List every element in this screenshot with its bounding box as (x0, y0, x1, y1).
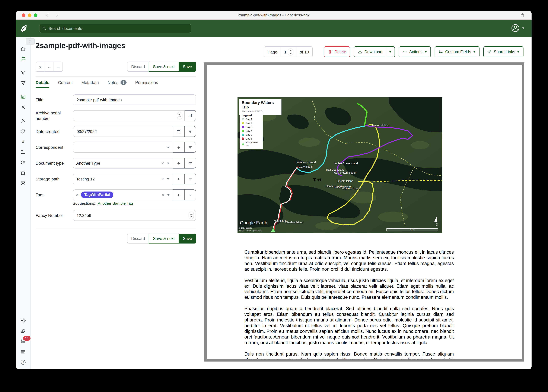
compass-icon: N (436, 223, 438, 226)
storage-path-filter-button[interactable] (184, 174, 196, 184)
sidebar-item-logs[interactable] (20, 349, 26, 355)
sidebar-expand-button[interactable]: » (26, 38, 35, 44)
correspondent-select[interactable] (73, 142, 173, 153)
previous-document-button[interactable]: ← (44, 62, 54, 72)
user-menu[interactable] (511, 24, 524, 33)
add-correspondent-button[interactable]: + (173, 142, 185, 153)
search-input[interactable] (49, 26, 188, 31)
sidebar-item-correspondents[interactable] (20, 118, 26, 123)
sidebar-item-storage-paths[interactable] (20, 149, 26, 155)
sidebar-item-documentation[interactable]: ? (20, 359, 26, 365)
ellipsis-icon (403, 49, 407, 54)
tab-permissions[interactable]: Permissions (135, 80, 158, 85)
fancy-number-input[interactable] (73, 210, 196, 221)
filter-lines-icon (188, 145, 193, 150)
document-type-select[interactable]: Another Type✕ (73, 158, 173, 169)
legend-item: Day 4 (242, 129, 260, 132)
close-document-icon[interactable] (20, 104, 26, 110)
save-button[interactable]: Save (179, 62, 196, 72)
custom-fields-button[interactable]: Custom Fields (435, 46, 479, 57)
share-icon[interactable] (520, 13, 525, 18)
traffic-lights (22, 13, 37, 17)
tab-details[interactable]: Details (36, 80, 49, 85)
paragraph: Vestibulum eleifend, ligula a scelerisqu… (244, 278, 454, 300)
sidebar-item-open-document[interactable] (20, 94, 26, 99)
sidebar-item-tasks[interactable]: 16 (20, 338, 26, 344)
download-button[interactable]: Download (354, 46, 386, 57)
calendar-button[interactable] (173, 126, 185, 137)
clear-icon[interactable]: ✕ (161, 193, 165, 197)
add-tag-button[interactable]: + (173, 189, 185, 200)
zoom-window-button[interactable] (34, 13, 37, 17)
sidebar-item-users-groups[interactable] (20, 328, 26, 334)
save-button[interactable]: Save (179, 234, 196, 244)
browser-back-icon[interactable] (45, 13, 50, 17)
sidebar-item-dashboard[interactable] (20, 46, 26, 52)
delete-button[interactable]: Delete (324, 46, 350, 57)
asn-stepper[interactable] (177, 112, 182, 119)
asn-plus-one-button[interactable]: +1 (184, 110, 196, 121)
correspondent-label: Correspondent (36, 142, 73, 153)
island-label: Washington Island (333, 171, 355, 174)
add-document-type-button[interactable]: + (173, 158, 185, 169)
correspondent-filter-button[interactable] (184, 142, 196, 153)
suggestion-link[interactable]: Another Sample Tag (98, 201, 133, 206)
save-and-next-button[interactable]: Save & next (149, 62, 179, 72)
tags-select[interactable]: ✕ TagWithPartial ✕ (73, 189, 173, 200)
save-and-next-button[interactable]: Save & next (149, 234, 179, 244)
fancy-number-stepper[interactable] (189, 212, 194, 219)
legend-item: Day 2 (242, 122, 260, 125)
sidebar-item-tags[interactable] (20, 128, 26, 134)
browser-forward-icon[interactable] (54, 13, 59, 17)
asn-input[interactable] (73, 110, 185, 121)
discard-button[interactable]: Discard (127, 234, 149, 244)
filter-lines-icon (188, 161, 193, 166)
sidebar-item-document-types[interactable]: # (20, 139, 26, 144)
document-type-filter-button[interactable] (184, 158, 196, 169)
date-created-label: Date created (36, 126, 73, 137)
sidebar-item-saved-view-1[interactable] (20, 70, 26, 76)
sidebar-item-settings[interactable] (20, 318, 26, 323)
pdf-preview-pane[interactable]: Boundary Waters Trip Six days in BWCA Le… (204, 63, 524, 362)
suggestions-label: Suggestions: (73, 201, 95, 206)
legend-item: Day 1 (242, 118, 260, 121)
tags-row: Tags ✕ TagWithPartial ✕ + (36, 189, 196, 200)
tag-chip[interactable]: TagWithPartial (81, 192, 114, 198)
discard-button[interactable]: Discard (127, 62, 149, 72)
entry-point-marker-icon (242, 143, 244, 145)
tab-notes[interactable]: Notes1 (108, 80, 127, 85)
paperless-logo-icon[interactable] (20, 24, 28, 33)
add-storage-path-button[interactable]: + (173, 174, 185, 184)
sidebar-item-file-tasks[interactable] (20, 170, 26, 176)
actions-button[interactable]: Actions (399, 46, 431, 57)
sidebar-item-custom-fields[interactable] (20, 160, 26, 165)
minimize-window-button[interactable] (28, 13, 31, 17)
tab-content[interactable]: Content (58, 80, 73, 85)
share-links-button[interactable]: Share Links (483, 46, 523, 57)
user-avatar-icon (511, 24, 520, 33)
page-title: 2sample-pdf-with-images (36, 41, 125, 50)
date-filter-button[interactable] (184, 126, 196, 137)
sidebar-item-documents[interactable] (20, 56, 26, 62)
remove-tag-icon[interactable]: ✕ (76, 193, 79, 197)
save-button-group: Discard Save & next Save (127, 62, 196, 72)
sidebar-item-saved-view-2[interactable] (20, 80, 26, 86)
sidebar-item-mail[interactable] (20, 181, 26, 186)
date-created-input[interactable] (73, 126, 173, 137)
download-options-button[interactable] (386, 46, 395, 57)
close-window-button[interactable] (22, 13, 25, 17)
title-input[interactable] (73, 94, 196, 105)
page-number-input[interactable]: 1 (281, 47, 296, 57)
tags-label: Tags (36, 189, 73, 200)
page-stepper[interactable] (288, 49, 293, 55)
next-document-button[interactable]: → (54, 62, 63, 72)
map-copyright: Image © 2017 DigitalGlobe (239, 230, 262, 231)
close-editor-button[interactable]: x (36, 62, 45, 72)
filter-lines-icon (188, 193, 193, 197)
tab-metadata[interactable]: Metadata (81, 80, 99, 85)
map-legend: Legend Day 1 Day 2 Day 3 Day 4 Day 5 Day… (240, 112, 263, 149)
storage-path-select[interactable]: Testing 12✕ (73, 174, 173, 184)
clear-icon[interactable]: ✕ (161, 177, 164, 181)
tags-filter-button[interactable] (184, 189, 196, 200)
clear-icon[interactable]: ✕ (161, 161, 164, 166)
